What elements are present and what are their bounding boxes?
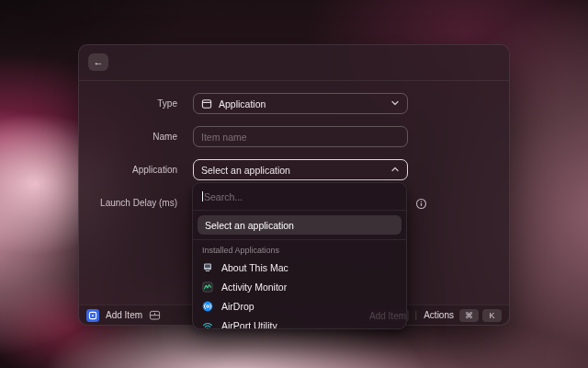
selected-option-label: Select an application <box>205 220 294 231</box>
back-button[interactable]: ← <box>88 53 108 71</box>
chevron-up-icon <box>390 165 400 176</box>
actions-button[interactable]: Actions ⌘ K <box>424 309 502 322</box>
footer-app-title: Add Item <box>106 310 142 320</box>
info-icon[interactable] <box>415 198 427 210</box>
actions-label: Actions <box>424 310 454 320</box>
app-window-icon <box>201 98 212 109</box>
application-dropdown-panel: Select an application Installed Applicat… <box>192 182 407 329</box>
back-arrow-icon: ← <box>94 56 104 67</box>
archive-box-icon <box>149 309 161 321</box>
name-field <box>193 126 408 147</box>
form-row-type: Type Application <box>79 93 509 114</box>
option-label: Activity Monitor <box>221 282 287 293</box>
dropdown-option-about-this-mac[interactable]: About This Mac <box>193 258 406 277</box>
option-label: About This Mac <box>221 262 288 273</box>
window-header: ← <box>79 45 509 81</box>
chevron-down-icon <box>390 98 400 109</box>
dropdown-option-airdrop[interactable]: AirDrop <box>193 296 406 316</box>
application-search-input[interactable] <box>204 191 397 202</box>
cmd-key-badge: ⌘ <box>459 309 479 322</box>
footer-left: Add Item <box>86 309 161 322</box>
mac-icon <box>202 262 213 273</box>
name-label: Name <box>79 126 177 147</box>
wifi-icon <box>202 320 213 330</box>
option-label: AirPort Utility <box>221 320 277 330</box>
dropdown-option-airport-utility[interactable]: AirPort Utility <box>193 316 406 329</box>
text-cursor <box>202 191 203 201</box>
type-label: Type <box>79 93 177 114</box>
type-value: Application <box>219 98 266 109</box>
name-input[interactable] <box>201 132 400 143</box>
k-key-badge: K <box>482 309 502 322</box>
activity-monitor-icon <box>202 282 213 293</box>
form-row-name: Name <box>79 126 509 147</box>
dropdown-option-selected[interactable]: Select an application <box>198 215 401 235</box>
form-row-application: Application Select an application <box>79 159 509 180</box>
dropdown-search-row <box>193 183 406 210</box>
option-label: AirDrop <box>221 301 254 312</box>
type-select[interactable]: Application <box>193 93 408 114</box>
footer-divider: | <box>415 310 418 320</box>
application-select[interactable]: Select an application <box>193 159 408 180</box>
application-label: Application <box>79 159 177 180</box>
airdrop-icon <box>202 301 213 312</box>
add-item-extension-icon <box>86 309 99 322</box>
launch-delay-label: Launch Delay (ms) <box>79 192 177 213</box>
dropdown-option-activity-monitor[interactable]: Activity Monitor <box>193 277 406 296</box>
selected-option-wrap: Select an application <box>193 211 406 239</box>
application-value: Select an application <box>201 165 290 176</box>
installed-applications-header: Installed Applications <box>193 240 406 258</box>
